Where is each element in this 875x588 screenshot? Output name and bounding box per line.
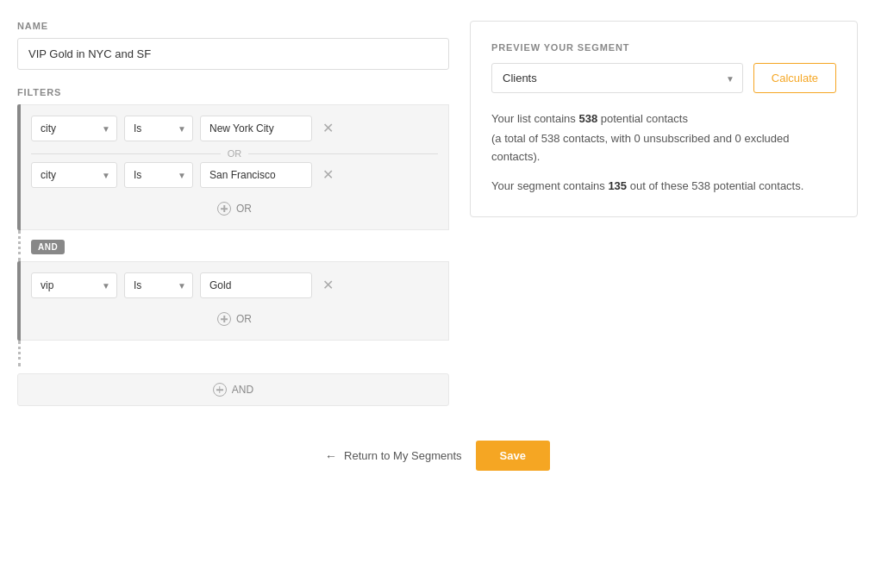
field-select-wrapper-3: vip city email ▼ [31, 272, 117, 298]
preview-text: Your list contains 538 potential contact… [491, 110, 836, 196]
field-select-3[interactable]: vip city email [31, 272, 117, 298]
field-select-wrapper-2: city vip email ▼ [31, 162, 117, 188]
dotted-line [18, 230, 22, 261]
or-text: OR [228, 148, 242, 159]
add-or-label-1: OR [236, 203, 252, 215]
preview-title: PREVIEW YOUR SEGMENT [491, 42, 836, 53]
plus-circle-icon-2 [217, 312, 231, 326]
preview-controls: Clients All Contacts ▼ Calculate [491, 63, 836, 93]
arrow-left-icon: ← [325, 449, 337, 463]
preview-segment-bold: 135 [608, 179, 627, 192]
add-or-button-1[interactable]: OR [31, 195, 438, 222]
value-input-1[interactable] [200, 116, 312, 141]
add-or-button-2[interactable]: OR [31, 305, 438, 333]
preview-text1-pre: Your list contains [491, 112, 578, 125]
return-button[interactable]: ← Return to My Segments [325, 449, 462, 463]
save-button[interactable]: Save [476, 441, 550, 471]
name-section: NAME [17, 21, 449, 70]
preview-text3-post: out of these 538 potential contacts. [627, 179, 803, 192]
operator-select-wrapper-2: Is Is not Contains ▼ [124, 162, 193, 188]
preview-line-2: (a total of 538 contacts, with 0 unsubsc… [491, 130, 836, 166]
value-input-3[interactable] [200, 272, 312, 298]
preview-text1-post: potential contacts [597, 112, 688, 125]
add-and-button[interactable]: AND [17, 373, 449, 406]
and-badge: AND [31, 240, 65, 254]
segment-name-input[interactable] [17, 38, 449, 70]
field-select-wrapper-1: city vip email ▼ [31, 116, 117, 141]
operator-select-wrapper-1: Is Is not Contains ▼ [124, 116, 193, 141]
return-label: Return to My Segments [344, 449, 462, 462]
left-panel: NAME FILTERS city vip email [17, 21, 449, 406]
or-divider-1: OR [31, 148, 438, 159]
plus-circle-icon-3 [213, 383, 227, 397]
bottom-connector [17, 341, 449, 366]
preview-text3-pre: Your segment contains [491, 179, 608, 192]
and-connector: AND [17, 230, 449, 261]
calculate-button[interactable]: Calculate [753, 63, 836, 93]
remove-filter-3-button[interactable]: ✕ [319, 277, 337, 294]
dotted-line-2 [18, 341, 22, 366]
operator-select-1[interactable]: Is Is not Contains [124, 116, 193, 141]
preview-panel: PREVIEW YOUR SEGMENT Clients All Contact… [470, 21, 858, 217]
list-select-wrapper: Clients All Contacts ▼ [491, 63, 743, 93]
preview-line-1: Your list contains 538 potential contact… [491, 110, 836, 128]
filters-section: FILTERS city vip email ▼ [17, 87, 449, 406]
filter-group-2-box: vip city email ▼ Is Is not Contains [21, 261, 449, 341]
field-select-2[interactable]: city vip email [31, 162, 117, 188]
operator-select-2[interactable]: Is Is not Contains [124, 162, 193, 188]
or-line-right [248, 153, 438, 154]
or-line-left [31, 153, 221, 154]
remove-filter-1-button[interactable]: ✕ [319, 120, 337, 137]
list-select[interactable]: Clients All Contacts [491, 63, 743, 93]
value-input-2[interactable] [200, 162, 312, 188]
add-or-label-2: OR [236, 313, 252, 325]
add-and-label: AND [232, 384, 253, 396]
footer: ← Return to My Segments Save [0, 420, 875, 488]
and-badge-wrapper: AND [31, 240, 65, 253]
plus-circle-icon-1 [217, 202, 231, 216]
filter-row-2: city vip email ▼ Is Is not Contains [31, 162, 438, 188]
preview-line-3: Your segment contains 135 out of these 5… [491, 178, 836, 196]
name-label: NAME [17, 21, 449, 31]
remove-filter-2-button[interactable]: ✕ [319, 166, 337, 184]
operator-select-3[interactable]: Is Is not Contains [124, 272, 193, 298]
filter-row-3: vip city email ▼ Is Is not Contains [31, 272, 438, 298]
filter-row-1: city vip email ▼ Is Is not Contains [31, 116, 438, 141]
filter-group-1-box: city vip email ▼ Is Is not Contains [21, 104, 449, 230]
preview-count-bold: 538 [578, 112, 597, 125]
operator-select-wrapper-3: Is Is not Contains ▼ [124, 272, 193, 298]
filter-group-1: city vip email ▼ Is Is not Contains [17, 104, 449, 230]
filter-group-2: vip city email ▼ Is Is not Contains [17, 261, 449, 341]
filters-label: FILTERS [17, 87, 449, 97]
field-select-1[interactable]: city vip email [31, 116, 117, 141]
